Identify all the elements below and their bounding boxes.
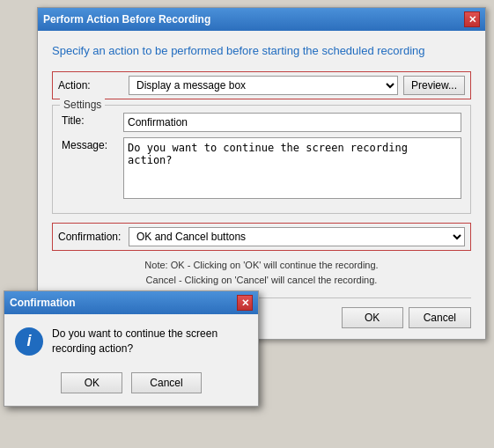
settings-legend: Settings (60, 99, 105, 111)
confirm-buttons: OK Cancel (4, 369, 258, 406)
cancel-button[interactable]: Cancel (409, 307, 471, 328)
confirm-dialog: Confirmation ✕ i Do you want to continue… (4, 290, 259, 407)
title-row: Title: (62, 113, 461, 132)
confirm-body: i Do you want to continue the screen rec… (4, 314, 258, 369)
confirm-cancel-button[interactable]: Cancel (131, 372, 201, 393)
preview-button[interactable]: Preview... (403, 76, 465, 95)
action-dropdown[interactable]: Display a message box (129, 76, 398, 95)
ok-button[interactable]: OK (342, 307, 403, 328)
note-text: Note: OK - Clicking on 'OK' will continu… (52, 258, 471, 287)
note-line1: Note: OK - Clicking on 'OK' will continu… (52, 258, 471, 273)
confirmation-row: Confirmation: OK and Cancel buttons (52, 223, 471, 251)
message-row: Message: (62, 137, 461, 199)
confirm-ok-button[interactable]: OK (61, 372, 122, 393)
title-label: Title: (62, 113, 123, 127)
main-titlebar: Perform Action Before Recording ✕ (38, 8, 485, 31)
message-label: Message: (62, 137, 123, 151)
action-dropdown-wrapper: Display a message box (129, 76, 398, 95)
action-row: Action: Display a message box Preview... (52, 71, 471, 99)
confirm-titlebar: Confirmation ✕ (4, 291, 258, 314)
action-label: Action: (58, 79, 129, 92)
main-title: Perform Action Before Recording (43, 13, 210, 26)
settings-group: Settings Title: Message: (52, 105, 471, 214)
confirmation-dropdown[interactable]: OK and Cancel buttons (129, 227, 465, 246)
note-line2: Cancel - Clicking on 'Cancel' will cance… (52, 273, 471, 288)
confirmation-dropdown-wrapper: OK and Cancel buttons (129, 227, 465, 246)
confirm-message: Do you want to continue the screen recor… (52, 327, 247, 356)
title-input[interactable] (123, 113, 461, 132)
confirm-close-button[interactable]: ✕ (237, 295, 253, 311)
confirm-title: Confirmation (10, 297, 76, 309)
info-icon: i (15, 327, 43, 356)
confirmation-label: Confirmation: (58, 231, 129, 243)
main-close-button[interactable]: ✕ (464, 11, 480, 27)
message-textarea[interactable] (123, 137, 461, 199)
heading: Specify an action to be performed before… (52, 43, 471, 59)
